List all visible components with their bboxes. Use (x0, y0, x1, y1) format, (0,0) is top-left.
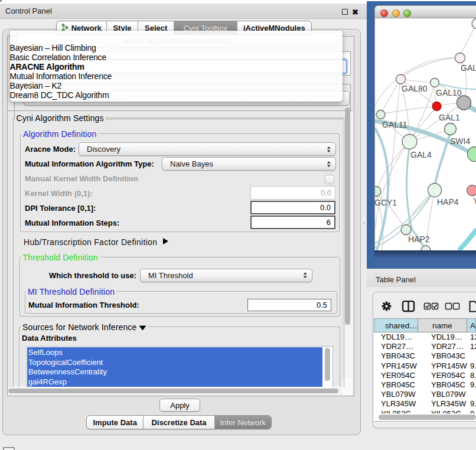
svg-text:GAL80: GAL80 (402, 84, 428, 93)
svg-text:Y: Y (473, 196, 476, 206)
svg-text:GAL11: GAL11 (382, 120, 407, 129)
svg-text:GAL2: GAL2 (461, 63, 476, 73)
svg-text:GAL4: GAL4 (410, 150, 432, 159)
svg-text:HAP4: HAP4 (437, 197, 459, 207)
svg-text:HAP2: HAP2 (408, 234, 430, 244)
svg-text:GAL1: GAL1 (439, 113, 460, 122)
svg-text:GCY1: GCY1 (374, 198, 397, 207)
svg-text:SWI4: SWI4 (450, 136, 470, 146)
svg-text:GAL10: GAL10 (436, 88, 462, 97)
